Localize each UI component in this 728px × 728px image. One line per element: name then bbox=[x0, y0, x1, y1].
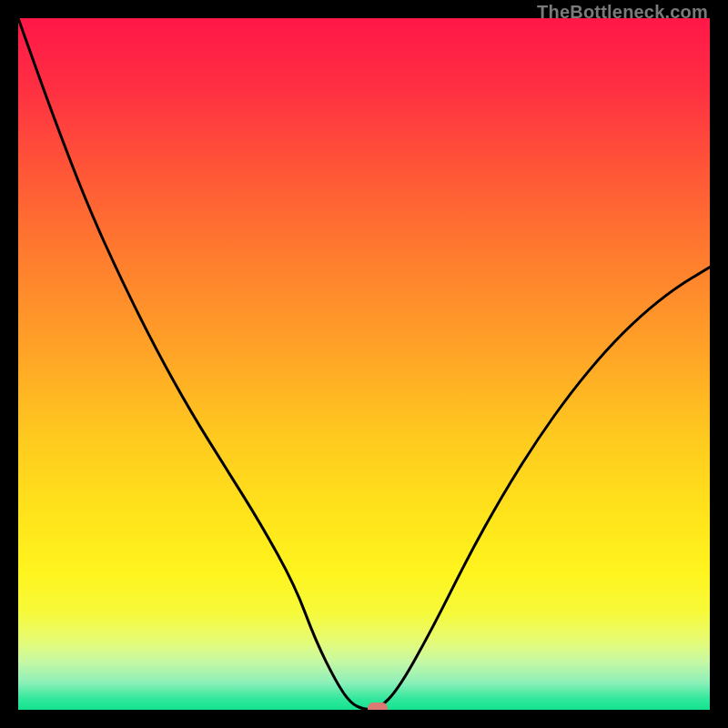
plot-area bbox=[18, 18, 710, 710]
chart-frame: TheBottleneck.com bbox=[0, 0, 728, 728]
optimum-marker bbox=[368, 703, 388, 710]
watermark: TheBottleneck.com bbox=[537, 2, 708, 23]
curve-layer bbox=[18, 18, 710, 710]
bottleneck-curve bbox=[18, 18, 710, 710]
